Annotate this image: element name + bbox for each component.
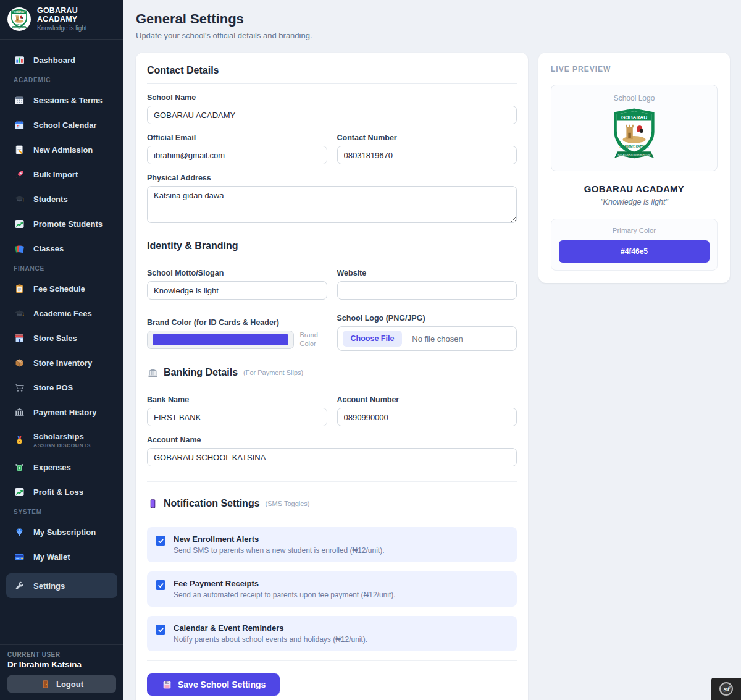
medal-icon [14, 434, 25, 445]
bank-name-input[interactable] [147, 408, 327, 426]
current-user-label: CURRENT USER [7, 651, 116, 658]
banking-details-heading: Banking Details (For Payment Slips) [147, 367, 517, 386]
account-name-input[interactable] [147, 448, 517, 466]
profiler-icon: sf [719, 682, 733, 696]
school-name-label: School Name [147, 93, 517, 102]
sidebar-item-store-pos[interactable]: Store POS [6, 379, 117, 396]
sidebar-item-profit-loss[interactable]: Profit & Loss [6, 484, 117, 500]
physical-address-label: Physical Address [147, 174, 517, 182]
account-number-input[interactable] [337, 408, 517, 426]
divider [147, 481, 517, 482]
live-preview-card: LIVE PREVIEW School Logo GOBARAUACADEMY,… [538, 53, 730, 283]
rocket-icon [14, 169, 25, 180]
identity-branding-heading: Identity & Branding [147, 240, 517, 259]
profiler-toolbar-badge[interactable]: sf [711, 678, 741, 700]
motto-input[interactable] [147, 281, 327, 300]
sessions-icon [14, 95, 25, 106]
sidebar-footer: CURRENT USER Dr Ibrahim Katsina Logout [0, 644, 124, 700]
official-email-input[interactable] [147, 146, 327, 164]
notification-toggle-row: Fee Payment ReceiptsSend an automated re… [147, 571, 517, 607]
page-title: General Settings [136, 11, 730, 27]
current-user-name: Dr Ibrahim Katsina [7, 660, 116, 669]
sidebar-section-label: FINANCE [14, 265, 110, 272]
sidebar-item-my-wallet[interactable]: My Wallet [6, 549, 117, 565]
account-name-label: Account Name [147, 436, 517, 444]
brand-color-label: Brand Color (for ID Cards & Header) [147, 318, 327, 327]
notification-settings-heading: Notification Settings (SMS Toggles) [147, 498, 517, 517]
sidebar-item-fee-schedule[interactable]: Fee Schedule [6, 280, 117, 297]
school-logo-file-input[interactable]: Choose File No file chosen [337, 326, 517, 351]
sidebar-item-students[interactable]: Students [6, 191, 117, 208]
sidebar-item-store-sales[interactable]: Store Sales [6, 330, 117, 347]
sidebar-item-academic-fees[interactable]: Academic Fees [6, 305, 117, 322]
sidebar-item-store-inventory[interactable]: Store Inventory [6, 355, 117, 371]
primary-color-swatch: #4f46e5 [559, 240, 710, 263]
brand-color-input[interactable] [147, 331, 294, 349]
sidebar-item-dashboard[interactable]: Dashboard [6, 52, 117, 69]
sidebar-item-label: Fee Schedule [33, 284, 85, 293]
sidebar-item-label: New Admission [33, 145, 93, 154]
preview-primary-color-box: Primary Color #4f46e5 [551, 219, 718, 271]
save-school-settings-button[interactable]: Save School Settings [147, 673, 280, 696]
website-input[interactable] [337, 281, 517, 300]
account-number-label: Account Number [337, 395, 517, 404]
school-name-input[interactable] [147, 106, 517, 124]
sidebar-item-label: Bulk Import [33, 170, 78, 179]
box-icon [14, 358, 25, 369]
divider [147, 660, 517, 661]
sidebar-item-label: My Subscription [33, 528, 96, 537]
toggle-title: New Enrollment Alerts [174, 534, 385, 544]
sidebar-item-label: Settings [33, 581, 65, 591]
contact-number-input[interactable] [337, 146, 517, 164]
website-label: Website [337, 269, 517, 277]
toggle-checkbox[interactable] [156, 625, 165, 635]
card-icon [14, 552, 25, 563]
svg-text:GOBARAU: GOBARAU [14, 11, 25, 14]
sidebar-item-promote-students[interactable]: Promote Students [6, 216, 117, 232]
physical-address-textarea[interactable]: Katsina gidan dawa [147, 186, 517, 223]
sidebar-item-school-calendar[interactable]: School Calendar [6, 117, 117, 133]
main-content: General Settings Update your school's of… [124, 0, 741, 700]
logout-button[interactable]: Logout [7, 675, 116, 693]
school-logo-label: School Logo (PNG/JPG) [337, 314, 517, 323]
sidebar-section-label: ACADEMIC [14, 77, 110, 83]
sidebar-item-my-subscription[interactable]: My Subscription [6, 524, 117, 541]
toggle-description: Send an automated receipt to parents upo… [174, 591, 396, 599]
sidebar-item-label: Dashboard [33, 56, 75, 65]
contact-number-label: Contact Number [337, 133, 517, 142]
sidebar-item-new-admission[interactable]: New Admission [6, 141, 117, 158]
sidebar-item-bulk-import[interactable]: Bulk Import [6, 166, 117, 183]
svg-text:EDUCATION FOR BRIGHTER FUTURE: EDUCATION FOR BRIGHTER FUTURE [618, 154, 650, 156]
sidebar-item-label: Students [33, 195, 68, 204]
floppy-disk-icon [161, 679, 172, 690]
preview-logo-label: School Logo [558, 94, 711, 103]
toggle-checkbox[interactable] [156, 536, 165, 546]
motto-label: School Motto/Slogan [147, 269, 327, 277]
sidebar-item-label: School Calendar [33, 120, 97, 130]
sidebar-item-label: Expenses [33, 463, 71, 472]
school-crest-large-icon: GOBARAUACADEMY, KATSINAEDUCATION FOR BRI… [558, 103, 711, 163]
choose-file-button[interactable]: Choose File [343, 331, 403, 347]
svg-text:ACADEMY, KATSINA: ACADEMY, KATSINA [620, 145, 649, 148]
settings-form-card: Contact Details School Name Official Ema… [136, 53, 528, 700]
sidebar-item-sessions-terms[interactable]: Sessions & Terms [6, 92, 117, 109]
preview-logo-box: School Logo GOBARAUACADEMY, KATSINAEDUCA… [551, 85, 718, 171]
memo-icon [14, 145, 25, 156]
sidebar-item-payment-history[interactable]: Payment History [6, 404, 117, 421]
sidebar-item-settings[interactable]: Settings [6, 573, 117, 598]
sidebar-item-label: My Wallet [33, 552, 70, 562]
svg-text:GOBARAU: GOBARAU [621, 115, 647, 120]
live-preview-heading: LIVE PREVIEW [551, 65, 718, 74]
bank-name-label: Bank Name [147, 395, 327, 404]
sidebar-divider [0, 39, 124, 40]
brand-name: GOBARAU ACADAMY [37, 6, 116, 23]
sidebar-item-scholarships[interactable]: ScholarshipsASSIGN DISCOUNTS [6, 429, 117, 451]
sidebar-item-expenses[interactable]: Expenses [6, 459, 117, 476]
gradcap-icon [14, 194, 25, 205]
dashboard-icon [14, 55, 25, 66]
toggle-title: Calendar & Event Reminders [174, 623, 367, 633]
save-button-label: Save School Settings [178, 680, 266, 689]
sidebar-item-classes[interactable]: Classes [6, 240, 117, 257]
bank-icon [147, 367, 158, 378]
toggle-checkbox[interactable] [156, 580, 165, 590]
